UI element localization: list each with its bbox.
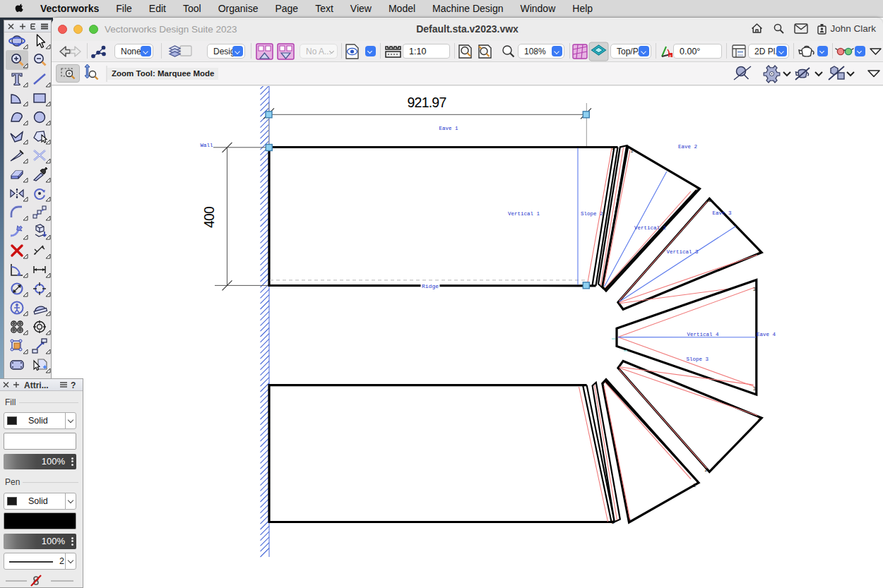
svg-text:Vertical 4: Vertical 4 (687, 332, 720, 337)
svg-text:Eave 4: Eave 4 (757, 332, 776, 337)
svg-text:Eave 1: Eave 1 (439, 126, 459, 131)
svg-text:2: 2 (696, 187, 699, 192)
svg-text:Vertical 2: Vertical 2 (634, 225, 666, 231)
svg-text:Slope 2: Slope 2 (581, 211, 603, 217)
svg-text:Slope 3: Slope 3 (687, 356, 709, 362)
svg-text:Eave 3: Eave 3 (713, 210, 733, 216)
svg-text:Ridge: Ridge (422, 283, 439, 289)
svg-text:1: 1 (629, 519, 632, 524)
svg-text:400: 400 (201, 206, 217, 228)
svg-text:Wall: Wall (201, 143, 214, 148)
svg-text:921.97: 921.97 (408, 95, 446, 110)
svg-text:2: 2 (709, 198, 711, 203)
svg-text:1: 1 (612, 146, 615, 151)
svg-text:Vertical 3: Vertical 3 (667, 249, 699, 255)
svg-text:?: ? (71, 380, 76, 390)
svg-text:Vertical 1: Vertical 1 (508, 211, 540, 217)
svg-text:2: 2 (694, 484, 697, 488)
svg-text:3: 3 (753, 287, 756, 292)
svg-text:Eave 2: Eave 2 (678, 144, 697, 150)
svg-text:3: 3 (758, 250, 761, 255)
svg-text:3: 3 (753, 387, 756, 392)
svg-text:1: 1 (612, 520, 615, 525)
svg-text:3: 3 (758, 416, 761, 421)
svg-text:2: 2 (705, 468, 708, 473)
svg-text:Attri...: Attri... (24, 380, 49, 390)
svg-text:1: 1 (631, 149, 634, 154)
